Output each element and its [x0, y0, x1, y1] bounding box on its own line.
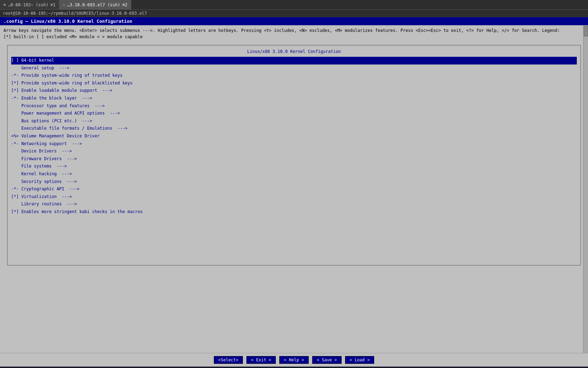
- menu-item-3[interactable]: [*] Provide system-wide ring of blacklis…: [11, 80, 577, 87]
- menu-item-7[interactable]: Power management and ACPI options --->: [11, 110, 577, 117]
- tab1-icon: ⚙: [4, 2, 6, 7]
- info-line-1: Arrow keys navigate the menu. <Enter> se…: [4, 27, 584, 34]
- info-text-area: Arrow keys navigate the menu. <Enter> se…: [0, 25, 588, 42]
- menu-item-9[interactable]: Executable file formats / Emulations ---…: [11, 125, 577, 132]
- tab-ssh1[interactable]: ⚙ …0-88-192~ (ssh) ⌘1: [0, 0, 59, 9]
- menu-item-0[interactable]: [ ] 64-bit kernel: [11, 57, 577, 64]
- select-button[interactable]: <Select>: [214, 356, 243, 364]
- menu-item-4[interactable]: [*] Enable loadable module support --->: [11, 87, 577, 95]
- menu-item-18[interactable]: [*] Virtualization --->: [11, 193, 577, 201]
- scrollbar-thumb[interactable]: [584, 26, 588, 36]
- save-button[interactable]: < Save >: [312, 356, 342, 364]
- scrollbar[interactable]: [583, 25, 588, 367]
- menu-item-15[interactable]: Kernel hacking --->: [11, 170, 577, 178]
- menu-item-13[interactable]: Firmware Drivers --->: [11, 155, 577, 163]
- menu-item-5[interactable]: -*- Enable the block layer --->: [11, 95, 577, 102]
- path-text: root@10-10-88-195:~/rpmbuild/SOURCES/lin…: [3, 11, 147, 16]
- menu-item-19[interactable]: Library routines --->: [11, 200, 577, 208]
- exit-button[interactable]: < Exit >: [246, 356, 276, 364]
- tab2-close-icon[interactable]: ✕: [63, 3, 65, 7]
- menu-item-2[interactable]: -*- Provide system-wide ring of trusted …: [11, 72, 577, 80]
- tab1-suffix: ⌘1: [50, 2, 55, 7]
- tab-bar: ⚙ …0-88-192~ (ssh) ⌘1 ✕ …3.10.0-693.el7 …: [0, 0, 588, 10]
- menu-item-12[interactable]: Device Drivers --->: [11, 148, 577, 155]
- menu-item-6[interactable]: Processor type and features --->: [11, 102, 577, 110]
- tab-ssh2[interactable]: ✕ …3.10.0-693.el7 (ssh) ⌘2: [59, 0, 131, 9]
- menu-item-10[interactable]: <%> Volume Management Device Driver: [11, 132, 577, 140]
- button-bar: <Select> < Exit > < Help > < Save > < Lo…: [0, 353, 588, 367]
- menu-item-17[interactable]: -*- Cryptographic API --->: [11, 185, 577, 193]
- path-bar: root@10-10-88-195:~/rpmbuild/SOURCES/lin…: [0, 10, 588, 17]
- tab2-label: …3.10.0-693.el7 (ssh): [67, 2, 120, 7]
- terminal-area: Arrow keys navigate the menu. <Enter> se…: [0, 25, 588, 367]
- tab1-label: …0-88-192~ (ssh): [8, 2, 49, 7]
- info-line-2: [*] built-in [ ] excluded <M> module < >…: [4, 34, 584, 40]
- menu-item-8[interactable]: Bus options (PCI etc.) --->: [11, 117, 577, 125]
- title-bar: .config – Linux/x86 3.10.0 Kernel Config…: [0, 17, 588, 25]
- menu-item-14[interactable]: File systems --->: [11, 163, 577, 170]
- menu-item-20[interactable]: [*] Enables more stringent kabi checks i…: [11, 208, 577, 216]
- menu-item-1[interactable]: General setup --->: [11, 64, 577, 72]
- config-window: Linux/x86 3.10.0 Kernel Configuration [ …: [7, 45, 581, 266]
- tab2-suffix: ⌘2: [122, 2, 127, 7]
- load-button[interactable]: < Load >: [345, 356, 374, 364]
- menu-container: [ ] 64-bit kernel General setup --->-*- …: [11, 57, 577, 216]
- config-title: Linux/x86 3.10.0 Kernel Configuration: [11, 49, 577, 54]
- menu-item-11[interactable]: -*- Networking support --->: [11, 140, 577, 148]
- title-text: .config – Linux/x86 3.10.0 Kernel Config…: [4, 19, 132, 24]
- help-button[interactable]: < Help >: [279, 356, 309, 364]
- menu-item-16[interactable]: Security options --->: [11, 178, 577, 186]
